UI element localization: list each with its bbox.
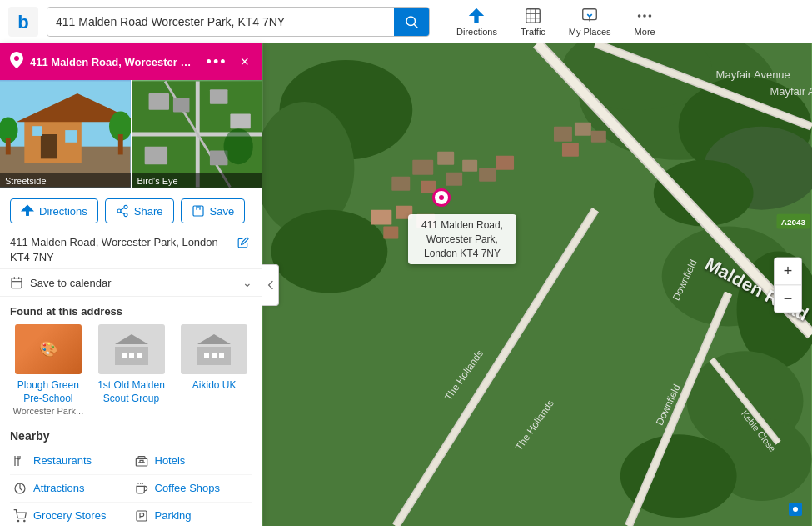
nav-traffic-button[interactable]: Traffic (511, 3, 555, 40)
action-buttons: Directions Share Save (0, 188, 262, 230)
svg-rect-34 (209, 89, 227, 104)
address-text: 411 Malden Road, Worcester Park, London … (10, 235, 234, 265)
svg-point-78 (271, 210, 388, 293)
nearby-restaurants[interactable]: Restaurants (10, 448, 132, 475)
photo-birds-eye[interactable]: Bird's Eye (131, 80, 263, 188)
svg-point-38 (223, 128, 252, 164)
map-area[interactable]: Malden Road The Hollands The Hollands Do… (262, 43, 812, 526)
svg-rect-64 (137, 511, 147, 521)
edit-icon[interactable] (234, 235, 252, 253)
nearby-parking-label: Parking (155, 509, 192, 522)
left-panel: 411 Malden Road, Worcester Park, L... ••… (0, 43, 262, 526)
svg-text:b: b (17, 12, 28, 33)
restaurant-icon (13, 454, 27, 468)
birdseye-label: Bird's Eye (132, 173, 263, 188)
share-button[interactable]: Share (105, 198, 174, 223)
svg-rect-94 (575, 123, 591, 136)
photo-streetside[interactable]: Streetside (0, 80, 131, 188)
bing-logo[interactable]: b (8, 7, 38, 37)
map-pin-dot (439, 195, 444, 200)
nearby-hotels-label: Hotels (155, 454, 186, 467)
map-svg: Malden Road The Hollands The Hollands Do… (262, 43, 812, 526)
found-section: Found at this address 🎨 Plough Green Pre… (0, 297, 262, 420)
svg-point-42 (117, 209, 121, 213)
nav-directions-button[interactable]: Directions (446, 3, 507, 40)
nav-myplaces-label: My Places (569, 27, 611, 37)
svg-rect-87 (479, 168, 496, 182)
svg-marker-4 (469, 8, 484, 15)
save-button[interactable]: Save (181, 198, 246, 223)
svg-rect-32 (148, 93, 168, 110)
coffee-icon (135, 482, 148, 495)
nav-myplaces-button[interactable]: My Places (559, 3, 621, 40)
zoom-out-button[interactable]: − (775, 285, 801, 312)
zoom-in-button[interactable]: + (775, 258, 801, 284)
nearby-hotels[interactable]: Hotels (132, 448, 253, 475)
nearby-grocery-label: Grocery Stores (33, 509, 106, 522)
nav-more-label: More (635, 27, 655, 37)
svg-rect-26 (118, 134, 123, 154)
svg-point-2 (406, 17, 416, 26)
place-thumb-2 (181, 324, 247, 374)
map-pin[interactable] (432, 188, 451, 207)
svg-text:Mayfair Avenue: Mayfair Avenue (716, 68, 790, 81)
share-label: Share (134, 205, 163, 218)
search-button[interactable] (394, 8, 429, 36)
svg-rect-35 (230, 114, 250, 129)
zoom-controls: + − (774, 257, 802, 313)
calendar-row[interactable]: Save to calendar ⌄ (0, 268, 262, 297)
svg-point-15 (649, 14, 652, 18)
place-thumb-0: 🎨 (15, 324, 82, 374)
svg-rect-82 (437, 152, 454, 165)
svg-marker-39 (22, 205, 32, 211)
nav-more-button[interactable]: More (625, 3, 665, 40)
location-dots-button[interactable]: ••• (203, 53, 231, 71)
thumb-building-1 (115, 334, 148, 365)
corner-dot-icon (791, 505, 800, 513)
photo-strip: Streetside (0, 80, 262, 188)
svg-rect-57 (140, 460, 143, 463)
location-close-button[interactable]: × (237, 53, 252, 71)
thumb-building-2 (197, 334, 231, 365)
nearby-section: Nearby Restaurants Hotels (0, 421, 262, 526)
nearby-grocery[interactable]: Grocery Stores (10, 503, 132, 526)
save-label: Save (210, 205, 235, 218)
location-header: 411 Malden Road, Worcester Park, L... ••… (0, 43, 262, 80)
calendar-chevron-icon: ⌄ (242, 276, 252, 289)
calendar-icon (10, 276, 23, 289)
svg-rect-81 (412, 160, 433, 175)
svg-point-13 (638, 14, 641, 18)
place-card-1[interactable]: 1st Old Malden Scout Group (93, 324, 170, 415)
svg-rect-6 (526, 8, 541, 23)
nearby-attractions-label: Attractions (33, 482, 84, 494)
svg-point-63 (24, 520, 25, 521)
hotel-icon (135, 454, 148, 468)
collapse-button[interactable] (262, 264, 279, 306)
directions-label: Directions (39, 205, 87, 218)
svg-rect-83 (391, 177, 410, 191)
nearby-coffee[interactable]: Coffee Shops (132, 475, 253, 503)
nearby-coffee-label: Coffee Shops (155, 482, 221, 494)
location-pin-icon (10, 52, 23, 72)
svg-point-41 (124, 205, 127, 208)
svg-text:A2043: A2043 (781, 218, 806, 227)
found-title: Found at this address (10, 305, 252, 318)
address-section: 411 Malden Road, Worcester Park, London … (0, 230, 262, 268)
attraction-icon (13, 482, 27, 495)
place-card-2[interactable]: Aikido UK (176, 324, 252, 415)
place-card-0[interactable]: 🎨 Plough Green Pre-School Worcester Park… (10, 324, 87, 415)
calendar-left: Save to calendar (10, 276, 112, 289)
topbar: b Directions (0, 0, 812, 43)
place-card-name-1: 1st Old Malden Scout Group (93, 379, 170, 405)
nearby-attractions[interactable]: Attractions (10, 475, 132, 503)
search-input[interactable] (47, 8, 394, 36)
map-location-label: 411 Malden Road, Worcester Park, London … (408, 214, 516, 264)
svg-point-43 (124, 213, 127, 217)
svg-rect-50 (12, 278, 22, 288)
svg-text:Mayfair Av: Mayfair Av (770, 85, 812, 98)
nearby-parking[interactable]: Parking (132, 503, 253, 526)
directions-button[interactable]: Directions (10, 198, 98, 223)
place-cards: 🎨 Plough Green Pre-School Worcester Park… (10, 324, 252, 415)
grocery-icon (13, 509, 27, 523)
svg-point-117 (793, 507, 798, 512)
